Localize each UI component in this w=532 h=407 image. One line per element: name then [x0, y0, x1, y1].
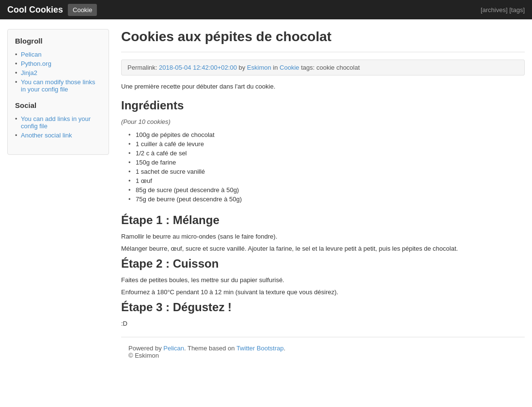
article-title: Cookies aux pépites de chocolat: [121, 29, 525, 45]
step1-text-2: Mélanger beurre, œuf, sucre et sucre van…: [121, 245, 525, 252]
list-item: You can modify those links in your confi…: [15, 77, 101, 94]
list-item: 1 œuf: [128, 176, 525, 185]
list-item: You can add links in your config file: [15, 114, 101, 131]
ingredients-list: 100g de pépites de chocolat 1 cuiller à …: [128, 130, 525, 204]
article-intro: Une première recette pour débuter dans l…: [121, 83, 525, 90]
powered-by-label: Powered by: [128, 345, 162, 352]
navbar-right: [archives] [tags]: [481, 6, 525, 14]
list-item: 1/2 c à café de sel: [128, 149, 525, 158]
main-container: Blogroll Pelican Python.org Jinja2 You c…: [0, 19, 532, 376]
step1-text-1: Ramollir le beurre au micro-ondes (sans …: [121, 233, 525, 240]
pelican-link[interactable]: Pelican: [21, 51, 42, 58]
tags-label: tags:: [301, 64, 316, 71]
article-meta: Permalink: 2018-05-04 12:42:00+02:00 by …: [121, 60, 525, 75]
list-item: Jinja2: [15, 68, 101, 77]
author-link[interactable]: Eskimon: [247, 64, 271, 71]
blogroll-list: Pelican Python.org Jinja2 You can modify…: [15, 50, 101, 94]
navbar-cookie-link[interactable]: Cookie: [68, 4, 97, 16]
powered-by: Powered by Pelican. Theme based on Twitt…: [128, 345, 517, 352]
by-label: by: [239, 64, 247, 71]
another-social-link[interactable]: Another social link: [21, 132, 72, 139]
category-link[interactable]: Cookie: [280, 64, 299, 71]
theme-label: Theme based on: [188, 345, 236, 352]
list-item: 150g de farine: [128, 158, 525, 167]
social-list: You can add links in your config file An…: [15, 114, 101, 140]
list-item: 85g de sucre (peut descendre à 50g): [128, 185, 525, 195]
navbar-brand[interactable]: Cool Cookies: [7, 5, 63, 15]
step3-title: Étape 3 : Dégustez !: [121, 301, 525, 314]
article-content: Cookies aux pépites de chocolat Permalin…: [119, 29, 525, 366]
permalink-label: Permalink:: [127, 64, 157, 71]
list-item: Another social link: [15, 131, 101, 140]
permalink-date[interactable]: 2018-05-04 12:42:00+02:00: [159, 64, 237, 71]
divider: [121, 52, 525, 52]
ingredients-title: Ingrédients: [121, 99, 525, 112]
list-item: 1 sachet de sucre vanillé: [128, 167, 525, 176]
list-item: 100g de pépites de chocolat: [128, 130, 525, 139]
list-item: Pelican: [15, 50, 101, 59]
pelican-footer-link[interactable]: Pelican: [163, 345, 184, 352]
twitter-bootstrap-link[interactable]: Twitter Bootstrap: [236, 345, 284, 352]
step2-title: Étape 2 : Cuisson: [121, 257, 525, 271]
list-item: 75g de beurre (peut descendre à 50g): [128, 195, 525, 204]
in-label: in: [273, 64, 280, 71]
archives-link[interactable]: [archives]: [481, 6, 508, 14]
add-links-link[interactable]: You can add links in your config file: [21, 115, 91, 130]
social-title: Social: [15, 101, 101, 109]
list-item: 1 cuiller à café de levure: [128, 139, 525, 149]
step2-text-2: Enfournez à 180°C pendant 10 à 12 min (s…: [121, 288, 525, 296]
step1-title: Étape 1 : Mélange: [121, 213, 525, 227]
step3-text-1: :D: [121, 320, 525, 327]
jinja2-link[interactable]: Jinja2: [21, 69, 37, 76]
tags-link[interactable]: [tags]: [509, 6, 525, 14]
tags-value: cookie chocolat: [316, 64, 360, 71]
blogroll-title: Blogroll: [15, 37, 101, 45]
python-link[interactable]: Python.org: [21, 60, 51, 67]
footer: Powered by Pelican. Theme based on Twitt…: [121, 337, 525, 366]
navbar: Cool Cookies Cookie [archives] [tags]: [0, 0, 532, 19]
step2-text-1: Faites de petites boules, les mettre sur…: [121, 276, 525, 284]
copyright: © Eskimon: [128, 352, 517, 359]
modify-links-link[interactable]: You can modify those links in your confi…: [21, 78, 95, 93]
sidebar: Blogroll Pelican Python.org Jinja2 You c…: [7, 29, 109, 155]
ingredients-note: (Pour 10 cookies): [121, 118, 525, 125]
list-item: Python.org: [15, 59, 101, 68]
